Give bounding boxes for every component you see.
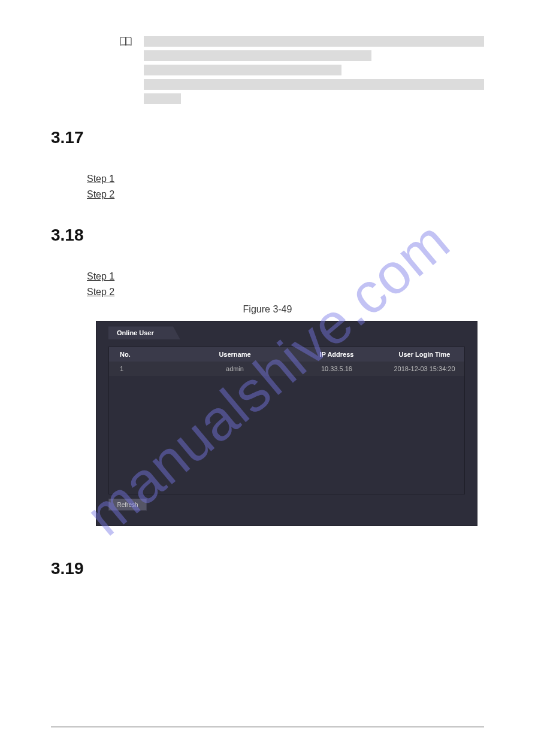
redacted-line xyxy=(144,36,484,47)
note-block xyxy=(120,36,484,104)
column-header-ip: IP Address xyxy=(289,351,385,358)
step-link[interactable]: Step 2 xyxy=(87,187,484,202)
column-header-login-time: User Login Time xyxy=(385,351,464,358)
column-header-username: Username xyxy=(181,351,289,358)
section-heading-3-18: 3.18 xyxy=(51,226,484,245)
app-screenshot: Online User No. Username IP Address User… xyxy=(96,321,477,526)
cell-no: 1 xyxy=(109,365,181,372)
cell-username: admin xyxy=(181,365,289,372)
cell-login-time: 2018-12-03 15:34:20 xyxy=(385,365,464,372)
redacted-line xyxy=(144,79,484,90)
step-link[interactable]: Step 1 xyxy=(87,171,484,187)
redacted-line xyxy=(144,50,371,61)
column-header-no: No. xyxy=(109,351,181,358)
online-user-table: No. Username IP Address User Login Time … xyxy=(108,347,465,494)
section-heading-3-19: 3.19 xyxy=(51,559,484,578)
step-link[interactable]: Step 1 xyxy=(87,269,484,284)
footer-divider xyxy=(51,727,484,727)
step-block-3-18: Step 1 Step 2 xyxy=(87,269,484,299)
section-heading-3-17: 3.17 xyxy=(51,128,484,147)
step-link[interactable]: Step 2 xyxy=(87,284,484,300)
refresh-button[interactable]: Refresh xyxy=(108,499,147,511)
book-icon xyxy=(120,37,132,104)
tab-online-user[interactable]: Online User xyxy=(108,326,180,339)
redacted-line xyxy=(144,65,341,75)
step-block-3-17: Step 1 Step 2 xyxy=(87,171,484,202)
figure-caption: Figure 3-49 xyxy=(51,304,484,315)
cell-ip: 10.33.5.16 xyxy=(289,365,385,372)
table-header-row: No. Username IP Address User Login Time xyxy=(109,347,464,362)
redacted-line xyxy=(144,93,181,104)
note-redacted-lines xyxy=(144,36,484,104)
table-row[interactable]: 1 admin 10.33.5.16 2018-12-03 15:34:20 xyxy=(109,362,464,376)
